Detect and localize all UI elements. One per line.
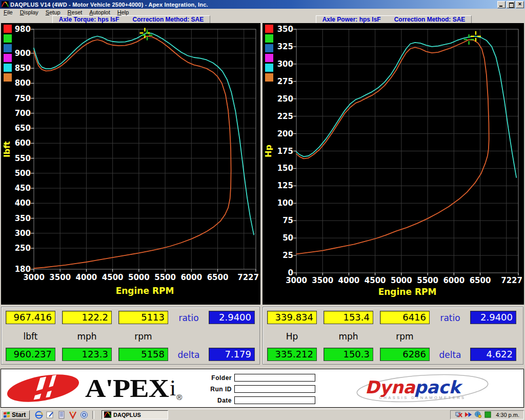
run-current-curve [296,36,516,178]
globe-alert-icon[interactable] [474,411,482,418]
apex-ellipse-icon [5,372,81,404]
y-tick-label: 800 [15,78,31,88]
menu-help[interactable]: Help [114,9,133,15]
power-chart-title: Axle Power: hps IsF [322,16,381,23]
run-id-label: Run ID [205,386,232,393]
media-icon[interactable] [69,411,77,419]
ratio-value: 2.9400 [470,311,516,324]
rpm-cursor-value: 5113 [118,311,168,324]
torque-compare-value: 960.237 [6,348,55,361]
power-unit-label: Hp [267,331,317,342]
x-tick-label: 4000 [338,276,360,285]
power-chart: 3000350040004500500055006000650072273503… [262,23,524,305]
ie-icon[interactable] [35,411,43,419]
legend-swatch [4,25,12,33]
y-tick-label: 0 [288,268,293,277]
torque-chart-title: Axle Torque: hps IsF [59,16,119,23]
rpm-cursor-value: 6416 [380,311,430,324]
folder-input[interactable] [234,374,315,382]
network-offline-icon[interactable] [455,411,462,418]
apex-i-glyph: i [170,377,176,399]
x-tick-label: 6500 [207,273,229,282]
y-tick-label: 500 [15,169,31,178]
x-tick-label: 5000 [391,276,412,285]
torque-chart: 3000350040004500500055006000650072279809… [1,23,260,305]
app-icon [104,411,111,418]
run-id-input[interactable] [234,385,315,393]
y-tick-label: 180 [15,265,31,274]
dynapack-tagline: CHASSIS DYNAMOMETERS [379,395,466,400]
y-tick-label: 450 [15,184,31,193]
messenger-icon[interactable] [80,411,88,419]
rpm-unit-label: rpm [118,331,168,342]
y-tick-label: 550 [15,154,31,163]
legend-swatch [4,44,12,52]
legend-swatch [265,54,273,62]
power-chart-header: Axle Power: hps IsF Correction Method: S… [316,15,472,24]
menu-file[interactable]: File [0,9,16,15]
y-tick-label: 200 [277,129,293,138]
y-tick-label: 600 [15,138,31,148]
x-tick-label: 3500 [49,273,71,282]
daqplus-task-button[interactable]: DAQPLUS [102,410,168,419]
arrows-icon[interactable] [465,411,472,418]
y-tick-label: 100 [277,198,293,208]
torque-chart-header: Axle Torque: hps IsF Correction Method: … [52,15,210,24]
legend-swatch [265,44,273,52]
y-axis-title: lbft [2,141,12,157]
dynapack-word-dyna: Dyna [365,377,416,397]
ratio-label: ratio [171,313,207,323]
status-square-icon[interactable] [484,411,492,418]
x-tick-label: 3000 [23,273,45,282]
menu-setup[interactable]: Setup [42,9,64,15]
taskbar-clock: 4:30 p.m. [496,412,519,418]
torque-unit-label: lbft [6,331,55,342]
apex-wordmark: A'PEX [85,375,169,402]
footer-strip: A'PEX i ® Folder Run ID Date Dyna pack C… [1,369,524,408]
app-icon [2,1,9,8]
y-tick-label: 900 [15,49,31,58]
power-readout-panel: 339.834 153.4 6416 ratio 2.9400 Hp mph r… [262,307,523,365]
menu-display[interactable]: Display [16,9,42,15]
power-cursor-value: 339.834 [267,311,317,324]
folder-label: Folder [205,374,232,382]
chart-header-row: Axle Torque: hps IsF Correction Method: … [0,15,525,23]
taskbar: Start [0,409,525,420]
minimize-button[interactable] [497,1,506,8]
menu-reset[interactable]: Reset [64,9,86,15]
y-tick-label: 50 [282,233,293,243]
y-tick-label: 25 [282,251,293,260]
y-tick-label: 750 [15,94,31,103]
x-tick-label: 4500 [102,273,124,282]
legend-swatch [4,34,12,43]
compose-icon[interactable] [46,411,54,419]
run-info-form: Folder Run ID Date [205,372,320,406]
document-icon[interactable] [57,411,66,419]
x-tick-label: 4500 [365,276,386,285]
legend-swatch [4,73,12,82]
rpm-compare-value: 6286 [380,348,430,361]
minimize-icon [499,6,502,7]
date-input[interactable] [234,396,315,404]
close-icon: ✕ [518,2,522,7]
speed-compare-value: 150.3 [324,348,373,361]
speed-cursor-value: 153.4 [324,311,373,324]
y-tick-label: 75 [282,216,293,225]
rpm-compare-value: 5158 [118,348,168,361]
y-tick-label: 400 [15,198,31,208]
power-compare-value: 335.212 [267,348,317,361]
x-tick-label: 5500 [154,273,176,282]
y-tick-label: 250 [15,244,31,253]
start-button[interactable]: Start [1,410,30,419]
x-tick-label: 6000 [180,273,202,282]
menu-autoplot[interactable]: Autoplot [86,9,113,15]
close-button[interactable]: ✕ [516,1,524,8]
restore-button[interactable] [507,1,515,8]
delta-value: 7.179 [209,348,255,361]
x-axis-title: Engine RPM [116,286,174,296]
y-tick-label: 300 [277,59,293,69]
legend-swatch [4,54,12,62]
y-tick-label: 350 [15,214,31,223]
y-tick-label: 175 [277,147,293,156]
date-label: Date [205,397,232,404]
